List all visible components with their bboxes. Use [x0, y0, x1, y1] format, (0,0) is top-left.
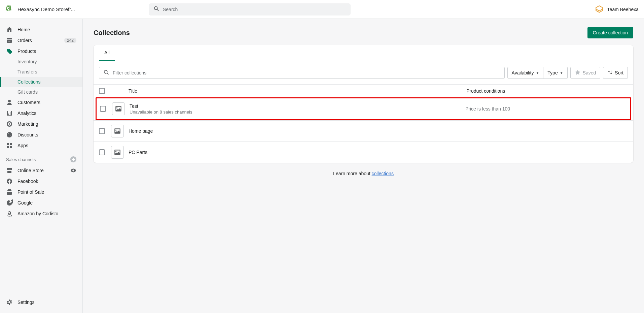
sidebar-label: Google	[17, 200, 33, 206]
topbar: Hexasync Demo Storefr... Team Beehexa	[0, 0, 644, 19]
page-title: Collections	[94, 29, 130, 37]
home-icon	[6, 26, 13, 33]
sidebar-item-products[interactable]: Products	[0, 46, 82, 57]
tab-all[interactable]: All	[99, 45, 115, 61]
star-icon	[575, 69, 581, 76]
row-title: PC Parts	[129, 150, 466, 155]
image-placeholder-icon	[111, 146, 124, 159]
sidebar-label: Apps	[17, 143, 28, 148]
topbar-right: Team Beehexa	[595, 5, 639, 14]
caret-down-icon: ▼	[536, 71, 539, 75]
filter-row: Availability ▼ Type ▼ Saved Sort	[94, 61, 633, 84]
sidebar-item-facebook[interactable]: Facebook	[0, 176, 82, 187]
sidebar-label: Online Store	[17, 168, 44, 173]
header-title[interactable]: Title	[129, 88, 466, 94]
row-conditions: Price is less than 100	[465, 106, 627, 112]
search-icon	[103, 69, 109, 76]
page-header: Collections Create collection	[94, 27, 633, 38]
row-checkbox[interactable]	[99, 128, 105, 134]
search-box[interactable]	[149, 3, 351, 15]
sidebar-label: Discounts	[17, 132, 38, 137]
amazon-icon	[6, 210, 13, 217]
sidebar-item-analytics[interactable]: Analytics	[0, 108, 82, 119]
pos-icon	[6, 189, 13, 195]
availability-filter-button[interactable]: Availability ▼	[507, 67, 544, 79]
sidebar-sub-collections[interactable]: Collections	[0, 77, 82, 87]
analytics-icon	[6, 110, 13, 117]
collections-card: All Availability ▼ Type ▼	[94, 45, 633, 163]
team-name[interactable]: Team Beehexa	[607, 7, 639, 12]
google-icon	[6, 199, 13, 206]
search-input[interactable]	[163, 7, 346, 12]
saved-button[interactable]: Saved	[570, 67, 601, 79]
facebook-icon	[6, 178, 13, 185]
main-content: Collections Create collection All Availa…	[83, 19, 644, 313]
sidebar-item-amazon[interactable]: Amazon by Codisto	[0, 208, 82, 219]
row-checkbox[interactable]	[99, 149, 105, 155]
gear-icon	[6, 299, 13, 306]
sidebar-label: Point of Sale	[17, 189, 44, 195]
filter-input-wrap[interactable]	[99, 67, 505, 79]
sort-button[interactable]: Sort	[603, 67, 628, 79]
sidebar-label: Products	[17, 49, 36, 54]
row-title: Test	[130, 103, 465, 109]
marketing-icon	[6, 121, 13, 127]
type-filter-button[interactable]: Type ▼	[543, 67, 567, 79]
table-row[interactable]: Test Unavailable on 8 sales channels Pri…	[96, 97, 631, 120]
sidebar-label: Orders	[17, 38, 32, 43]
table-header: Title Product conditions	[94, 84, 633, 97]
eye-icon[interactable]	[70, 167, 76, 174]
sidebar-sub-transfers[interactable]: Transfers	[0, 67, 82, 77]
orders-icon	[6, 37, 13, 44]
customers-icon	[6, 99, 13, 106]
filter-input[interactable]	[113, 70, 500, 75]
row-checkbox[interactable]	[100, 106, 106, 112]
team-badge-icon[interactable]	[595, 5, 604, 14]
sidebar-item-google[interactable]: Google	[0, 197, 82, 208]
orders-badge: 242	[64, 38, 76, 43]
sidebar-label: Customers	[17, 100, 40, 105]
add-channel-icon[interactable]	[70, 156, 76, 162]
filter-button-group: Availability ▼ Type ▼	[507, 67, 568, 79]
sidebar-sub-inventory[interactable]: Inventory	[0, 57, 82, 67]
table-row[interactable]: Home page	[94, 120, 633, 142]
image-placeholder-icon	[111, 125, 124, 137]
store-name[interactable]: Hexasync Demo Storefr...	[17, 6, 75, 12]
sidebar-label: Home	[17, 27, 30, 32]
sidebar-label: Amazon by Codisto	[17, 211, 58, 216]
sidebar-item-apps[interactable]: Apps	[0, 140, 82, 151]
sidebar-item-customers[interactable]: Customers	[0, 97, 82, 108]
create-collection-button[interactable]: Create collection	[587, 27, 633, 38]
row-title: Home page	[129, 128, 466, 134]
discounts-icon	[6, 131, 13, 138]
select-all-checkbox[interactable]	[99, 88, 105, 94]
sidebar-label: Facebook	[17, 179, 38, 184]
search-icon	[153, 6, 159, 13]
sales-channels-header: Sales channels	[0, 151, 82, 165]
sidebar-item-online-store[interactable]: Online Store	[0, 165, 82, 176]
sidebar-label: Settings	[17, 300, 35, 305]
sidebar-item-pos[interactable]: Point of Sale	[0, 187, 82, 197]
search-container	[149, 3, 351, 15]
row-subtitle: Unavailable on 8 sales channels	[130, 109, 465, 115]
caret-down-icon: ▼	[560, 71, 563, 75]
sidebar-item-home[interactable]: Home	[0, 24, 82, 35]
sidebar-item-marketing[interactable]: Marketing	[0, 119, 82, 129]
sidebar-label: Analytics	[17, 111, 36, 116]
collections-help-link[interactable]: collections	[372, 171, 394, 176]
products-icon	[6, 48, 13, 55]
tabs: All	[94, 45, 633, 61]
image-placeholder-icon	[112, 102, 125, 115]
sidebar-item-orders[interactable]: Orders 242	[0, 35, 82, 46]
apps-icon	[6, 142, 13, 149]
header-conditions[interactable]: Product conditions	[466, 88, 628, 94]
sidebar-label: Marketing	[17, 121, 38, 127]
sidebar-item-settings[interactable]: Settings	[0, 297, 82, 308]
table-row[interactable]: PC Parts	[94, 142, 633, 163]
topbar-left: Hexasync Demo Storefr...	[5, 5, 83, 14]
shopify-logo-icon	[5, 5, 13, 14]
sidebar-sub-gift-cards[interactable]: Gift cards	[0, 87, 82, 97]
sidebar: Home Orders 242 Products Inventory Trans…	[0, 19, 83, 313]
sort-icon	[607, 70, 613, 76]
sidebar-item-discounts[interactable]: Discounts	[0, 129, 82, 140]
